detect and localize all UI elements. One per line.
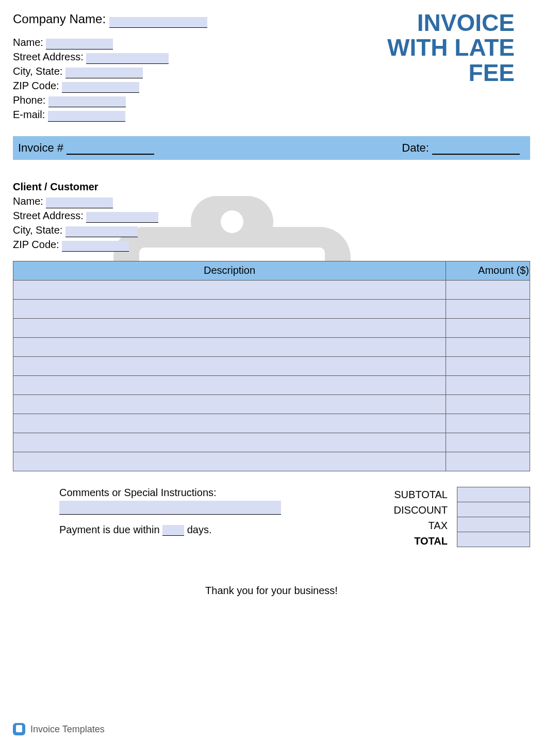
company-name-input[interactable]: [109, 17, 207, 28]
tax-value[interactable]: [457, 517, 530, 532]
comments-input[interactable]: [59, 501, 281, 515]
cell-description[interactable]: [13, 337, 446, 356]
client-heading: Client / Customer: [13, 179, 530, 194]
title-line3: FEE: [387, 60, 515, 85]
col-description: Description: [13, 261, 446, 280]
total-value[interactable]: [457, 532, 530, 547]
sender-zip-input[interactable]: [62, 82, 139, 93]
sender-name-label: Name:: [13, 37, 43, 48]
invoice-date-input[interactable]: [432, 141, 520, 155]
client-street-input[interactable]: [86, 212, 158, 223]
cell-description[interactable]: [13, 299, 446, 318]
title-line1: INVOICE: [387, 10, 515, 35]
document-title: INVOICE WITH LATE FEE: [387, 10, 530, 85]
comments-label: Comments or Special Instructions:: [59, 487, 281, 499]
subtotal-value[interactable]: [457, 487, 530, 502]
discount-value[interactable]: [457, 502, 530, 517]
cell-description[interactable]: [13, 414, 446, 433]
sender-block: Company Name: Name: Street Address: City…: [13, 10, 207, 122]
client-name-input[interactable]: [46, 198, 113, 208]
cell-description[interactable]: [13, 280, 446, 299]
sender-citystate-input[interactable]: [65, 68, 143, 78]
cell-description[interactable]: [13, 433, 446, 452]
table-row: [13, 414, 530, 433]
table-row: [13, 433, 530, 452]
cell-amount[interactable]: [446, 280, 530, 299]
tax-label: TAX: [394, 518, 448, 533]
client-citystate-input[interactable]: [65, 226, 138, 237]
cell-amount[interactable]: [446, 375, 530, 395]
col-amount: Amount ($): [446, 261, 530, 280]
subtotal-label: SUBTOTAL: [394, 487, 448, 502]
client-block: Client / Customer Name: Street Address: …: [13, 179, 530, 252]
table-row: [13, 299, 530, 318]
invoice-date-label: Date:: [402, 141, 429, 154]
cell-amount[interactable]: [446, 337, 530, 356]
cell-amount[interactable]: [446, 414, 530, 433]
sender-name-input[interactable]: [46, 39, 113, 50]
cell-description[interactable]: [13, 375, 446, 395]
sender-street-label: Street Address:: [13, 51, 84, 62]
cell-amount[interactable]: [446, 318, 530, 337]
cell-amount[interactable]: [446, 433, 530, 452]
client-street-label: Street Address:: [13, 210, 84, 221]
totals-block: SUBTOTAL DISCOUNT TAX TOTAL: [394, 487, 530, 549]
cell-description[interactable]: [13, 395, 446, 414]
company-name-label: Company Name:: [13, 12, 106, 26]
cell-description[interactable]: [13, 318, 446, 337]
discount-label: DISCOUNT: [394, 502, 448, 518]
cell-amount[interactable]: [446, 395, 530, 414]
thank-you-text: Thank you for your business!: [13, 585, 530, 597]
cell-amount[interactable]: [446, 299, 530, 318]
brand-logo-icon: [13, 723, 25, 735]
client-zip-input[interactable]: [62, 241, 129, 252]
due-prefix: Payment is due within: [59, 524, 160, 535]
sender-email-input[interactable]: [48, 111, 125, 122]
table-row: [13, 375, 530, 395]
table-row: [13, 452, 530, 471]
client-name-label: Name:: [13, 195, 43, 207]
table-row: [13, 356, 530, 375]
client-zip-label: ZIP Code:: [13, 239, 59, 250]
client-citystate-label: City, State:: [13, 224, 62, 236]
comments-block: Comments or Special Instructions: Paymen…: [59, 487, 281, 549]
table-row: [13, 395, 530, 414]
invoice-number-label: Invoice #: [18, 141, 63, 154]
line-items-table: Description Amount ($): [13, 261, 530, 471]
footer-brand-text: Invoice Templates: [30, 724, 105, 735]
invoice-number-input[interactable]: [67, 141, 154, 155]
sender-phone-input[interactable]: [48, 96, 126, 107]
sender-zip-label: ZIP Code:: [13, 80, 59, 91]
due-days-input[interactable]: [162, 525, 184, 536]
cell-amount[interactable]: [446, 356, 530, 375]
table-row: [13, 280, 530, 299]
title-line2: WITH LATE: [387, 35, 515, 60]
cell-description[interactable]: [13, 452, 446, 471]
due-suffix: days.: [187, 524, 212, 535]
sender-phone-label: Phone:: [13, 94, 45, 106]
invoice-bar: Invoice # Date:: [13, 136, 530, 160]
total-label: TOTAL: [394, 533, 448, 549]
table-row: [13, 318, 530, 337]
sender-citystate-label: City, State:: [13, 65, 62, 77]
footer-brand: Invoice Templates: [13, 723, 105, 735]
sender-email-label: E-mail:: [13, 109, 45, 120]
cell-amount[interactable]: [446, 452, 530, 471]
table-row: [13, 337, 530, 356]
sender-street-input[interactable]: [86, 53, 169, 64]
cell-description[interactable]: [13, 356, 446, 375]
